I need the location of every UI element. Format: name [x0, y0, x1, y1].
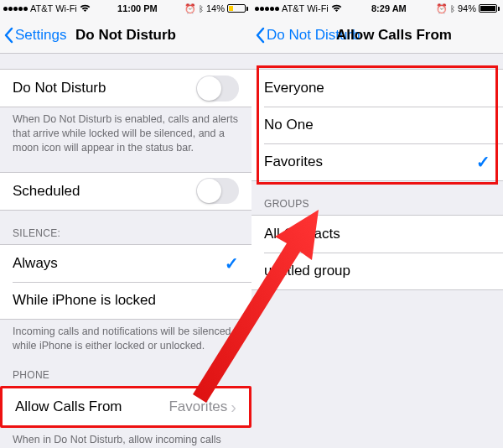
status-bar: AT&T Wi-Fi 11:00 PM ⏰ ᛒ 14% — [0, 0, 252, 17]
row-value: Favorites — [169, 399, 227, 415]
section-groups: GROUPS All Contacts untitled group — [252, 198, 503, 290]
phone-right: AT&T Wi-Fi 8:29 AM ⏰ ᛒ 94% Do Not Distur… — [252, 0, 503, 448]
battery-icon — [479, 4, 500, 13]
checkmark-icon: ✓ — [225, 253, 239, 273]
chevron-right-icon: › — [231, 399, 236, 415]
section-header: SILENCE: — [0, 227, 252, 244]
carrier-label: AT&T Wi-Fi — [30, 3, 77, 13]
row-label: While iPhone is locked — [13, 292, 156, 309]
row-label: No One — [264, 117, 314, 133]
chevron-left-icon — [255, 27, 265, 44]
section-scheduled: Scheduled — [0, 172, 252, 211]
battery-percent: 14% — [206, 3, 225, 13]
back-button[interactable]: Settings — [0, 27, 66, 44]
chevron-left-icon — [3, 27, 13, 44]
row-do-not-disturb[interactable]: Do Not Disturb — [0, 70, 252, 107]
bluetooth-icon: ᛒ — [199, 4, 204, 13]
row-scheduled[interactable]: Scheduled — [0, 173, 252, 210]
wifi-icon — [80, 4, 91, 13]
row-silence-locked[interactable]: While iPhone is locked — [0, 282, 252, 319]
signal-icon — [255, 7, 279, 11]
row-label: All Contacts — [264, 226, 340, 242]
section-dnd: Do Not Disturb When Do Not Disturb is en… — [0, 69, 252, 155]
nav-bar: Settings Do Not Disturb — [0, 17, 252, 54]
section-header: GROUPS — [252, 198, 503, 215]
alarm-icon: ⏰ — [436, 3, 448, 14]
section-header: PHONE — [0, 369, 252, 386]
back-label: Settings — [15, 27, 66, 44]
section-footer: Incoming calls and notifications will be… — [0, 320, 252, 353]
battery-percent: 94% — [458, 3, 476, 13]
row-label: Everyone — [264, 80, 324, 96]
checkmark-icon: ✓ — [476, 152, 490, 172]
battery-icon — [227, 4, 248, 13]
row-untitled-group[interactable]: untitled group — [252, 253, 503, 289]
back-button[interactable]: Do Not Disturb — [252, 27, 360, 44]
row-label: Allow Calls From — [15, 399, 122, 415]
section-allow-from: Everyone No One Favorites ✓ — [252, 69, 503, 181]
section-footer: When in Do Not Disturb, allow incoming c… — [0, 428, 252, 448]
row-allow-calls-from[interactable]: Allow Calls From Favorites › — [3, 388, 249, 425]
back-label: Do Not Disturb — [267, 27, 360, 44]
row-all-contacts[interactable]: All Contacts — [252, 216, 503, 253]
carrier-label: AT&T Wi-Fi — [282, 3, 329, 13]
section-footer: When Do Not Disturb is enabled, calls an… — [0, 107, 252, 155]
row-no-one[interactable]: No One — [252, 107, 503, 143]
signal-icon — [3, 7, 28, 11]
toggle-scheduled[interactable] — [196, 178, 239, 204]
row-label: Scheduled — [13, 183, 80, 200]
clock-label: 11:00 PM — [117, 3, 158, 13]
row-everyone[interactable]: Everyone — [252, 70, 503, 107]
section-phone: PHONE Allow Calls From Favorites › When … — [0, 369, 252, 448]
row-label: Always — [13, 255, 58, 272]
row-favorites[interactable]: Favorites ✓ — [252, 143, 503, 180]
status-bar: AT&T Wi-Fi 8:29 AM ⏰ ᛒ 94% — [252, 0, 503, 17]
bluetooth-icon: ᛒ — [450, 4, 455, 13]
highlight-allow-calls: Allow Calls From Favorites › — [0, 386, 252, 428]
nav-bar: Do Not Disturb Allow Calls From — [252, 17, 503, 54]
row-label: Do Not Disturb — [13, 80, 106, 96]
section-silence: SILENCE: Always ✓ While iPhone is locked… — [0, 227, 252, 353]
toggle-dnd[interactable] — [196, 76, 239, 102]
row-label: Favorites — [264, 154, 323, 170]
row-silence-always[interactable]: Always ✓ — [0, 245, 252, 282]
phone-left: AT&T Wi-Fi 11:00 PM ⏰ ᛒ 14% Settings Do … — [0, 0, 252, 448]
row-label: untitled group — [264, 263, 350, 279]
alarm-icon: ⏰ — [184, 3, 196, 14]
clock-label: 8:29 AM — [371, 3, 407, 13]
wifi-icon — [331, 4, 342, 13]
